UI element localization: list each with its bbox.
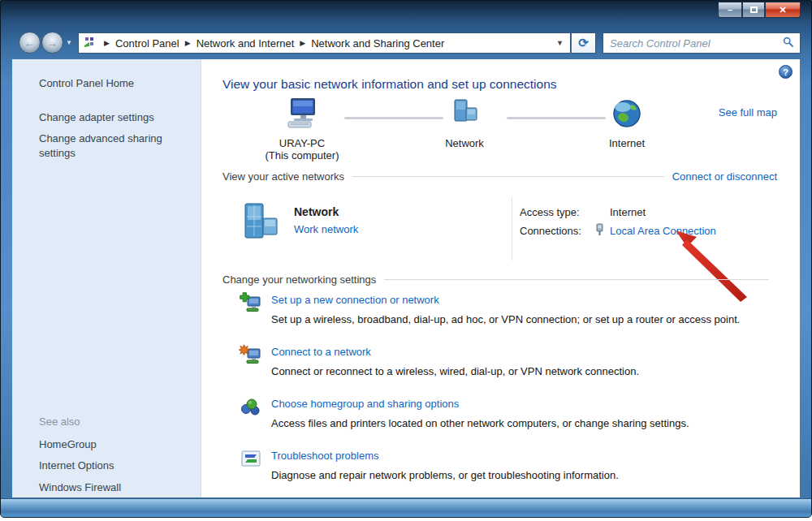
forward-button[interactable]: → bbox=[41, 32, 63, 54]
connect-to-network-desc: Connect or reconnect to a wireless, wire… bbox=[271, 365, 639, 377]
divider bbox=[352, 176, 664, 177]
sidebar-item-windows-firewall[interactable]: Windows Firewall bbox=[39, 480, 192, 495]
setup-new-connection-desc: Set up a wireless, broadband, dial-up, a… bbox=[271, 313, 740, 325]
minimize-button[interactable]: – bbox=[718, 2, 742, 18]
map-label-internet: Internet bbox=[582, 137, 672, 149]
troubleshoot-problems-link[interactable]: Troubleshoot problems bbox=[271, 450, 378, 462]
refresh-icon: ⟳ bbox=[578, 36, 589, 50]
internet-globe-icon bbox=[610, 97, 644, 131]
sidebar-see-also-header: See also bbox=[39, 415, 192, 429]
control-panel-icon bbox=[84, 37, 95, 50]
homegroup-options-desc: Access files and printers located on oth… bbox=[271, 417, 689, 429]
map-label-network: Network bbox=[420, 137, 509, 149]
divider bbox=[512, 197, 512, 260]
networking-settings-header-label: Change your networking settings bbox=[222, 273, 376, 286]
navigation-bar: ← → ▼ ▶ Control Panel ▶ Network and Inte… bbox=[1, 30, 811, 56]
map-node-internet[interactable]: Internet bbox=[582, 97, 672, 149]
new-connection-icon bbox=[239, 291, 263, 319]
setting-item-homegroup: Choose homegroup and sharing options Acc… bbox=[202, 395, 777, 444]
ethernet-plug-icon bbox=[594, 223, 605, 239]
network-sharing-center-window: – ✕ ← → ▼ ▶ Control Panel ▶ Network and … bbox=[0, 0, 812, 518]
homegroup-icon bbox=[239, 395, 263, 423]
breadcrumb-separator-icon: ▶ bbox=[300, 39, 305, 47]
active-network-name: Network bbox=[294, 205, 339, 218]
caption-buttons: – ✕ bbox=[718, 2, 801, 18]
networking-settings-header: Change your networking settings bbox=[222, 273, 777, 286]
back-icon: ← bbox=[24, 37, 36, 50]
connect-or-disconnect-link[interactable]: Connect or disconnect bbox=[672, 170, 777, 183]
work-network-link[interactable]: Work network bbox=[294, 223, 358, 235]
sidebar: Control Panel Home Change adapter settin… bbox=[12, 59, 201, 497]
connect-to-network-icon bbox=[239, 343, 263, 371]
back-button[interactable]: ← bbox=[19, 32, 41, 54]
main-panel: ? View your basic network information an… bbox=[202, 59, 800, 497]
help-button[interactable]: ? bbox=[779, 65, 793, 79]
maximize-icon bbox=[750, 6, 758, 13]
page-title: View your basic network information and … bbox=[222, 77, 557, 92]
search-icon[interactable] bbox=[783, 36, 793, 50]
close-button[interactable]: ✕ bbox=[765, 2, 801, 18]
active-networks-header-label: View your active networks bbox=[222, 170, 344, 183]
sidebar-item-change-adapter-settings[interactable]: Change adapter settings bbox=[39, 110, 192, 125]
map-node-this-computer[interactable]: URAY-PC (This computer) bbox=[257, 97, 347, 161]
sidebar-item-control-panel-home[interactable]: Control Panel Home bbox=[39, 76, 192, 91]
breadcrumb[interactable]: ▶ Control Panel ▶ Network and Internet ▶… bbox=[78, 32, 571, 54]
map-node-network[interactable]: Network bbox=[420, 97, 509, 149]
breadcrumb-item-network-and-sharing-center[interactable]: Network and Sharing Center bbox=[311, 37, 444, 50]
recent-pages-chevron-icon[interactable]: ▼ bbox=[66, 39, 72, 46]
troubleshoot-problems-desc: Diagnose and repair network problems, or… bbox=[271, 469, 619, 481]
active-network-icon[interactable] bbox=[237, 200, 284, 249]
connections-label: Connections: bbox=[520, 225, 581, 237]
sidebar-item-change-advanced-sharing-settings[interactable]: Change advanced sharing settings bbox=[39, 131, 192, 160]
setting-item-connect-to-network: Connect to a network Connect or reconnec… bbox=[202, 343, 777, 392]
connect-to-network-link[interactable]: Connect to a network bbox=[271, 346, 371, 358]
access-type-value: Internet bbox=[610, 206, 646, 218]
window-content: Control Panel Home Change adapter settin… bbox=[12, 59, 800, 497]
window-bottom-frame bbox=[1, 498, 811, 517]
computer-icon bbox=[284, 97, 320, 131]
forward-icon: → bbox=[47, 37, 58, 50]
breadcrumb-item-control-panel[interactable]: Control Panel bbox=[115, 37, 179, 50]
map-label-pc: URAY-PC bbox=[257, 137, 347, 149]
homegroup-options-link[interactable]: Choose homegroup and sharing options bbox=[271, 398, 459, 410]
network-icon bbox=[447, 97, 482, 131]
help-icon: ? bbox=[783, 67, 788, 77]
setting-item-new-connection: Set up a new connection or network Set u… bbox=[202, 291, 777, 340]
sidebar-item-internet-options[interactable]: Internet Options bbox=[39, 459, 192, 473]
breadcrumb-item-network-and-internet[interactable]: Network and Internet bbox=[197, 37, 295, 50]
minimize-icon: – bbox=[728, 5, 732, 15]
breadcrumb-separator-icon: ▶ bbox=[185, 39, 191, 47]
search-box bbox=[603, 32, 801, 54]
setup-new-connection-link[interactable]: Set up a new connection or network bbox=[271, 294, 439, 306]
setting-item-troubleshoot: Troubleshoot problems Diagnose and repai… bbox=[202, 447, 777, 496]
refresh-button[interactable]: ⟳ bbox=[572, 32, 596, 54]
sidebar-item-homegroup[interactable]: HomeGroup bbox=[39, 437, 192, 452]
troubleshoot-icon bbox=[239, 447, 263, 475]
access-type-label: Access type: bbox=[520, 206, 580, 218]
search-input[interactable] bbox=[603, 37, 783, 50]
see-full-map-link[interactable]: See full map bbox=[719, 106, 777, 118]
active-network-box: Network Work network Access type: Intern… bbox=[222, 196, 777, 265]
divider bbox=[384, 279, 769, 280]
address-dropdown-icon[interactable]: ▼ bbox=[556, 39, 564, 47]
local-area-connection-link[interactable]: Local Area Connection bbox=[610, 225, 716, 237]
close-icon: ✕ bbox=[779, 5, 786, 15]
maximize-button[interactable] bbox=[742, 2, 765, 18]
map-sublabel-pc: (This computer) bbox=[257, 149, 347, 161]
active-networks-header: View your active networks Connect or dis… bbox=[222, 170, 777, 183]
breadcrumb-separator-icon: ▶ bbox=[104, 39, 110, 47]
